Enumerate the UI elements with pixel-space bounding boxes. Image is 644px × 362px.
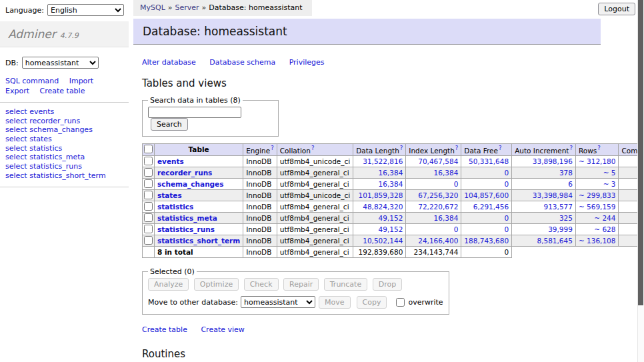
create-table-link[interactable]: Create table [142, 325, 187, 334]
data-free-link[interactable]: 0 [504, 169, 509, 177]
sidebar-select-states[interactable]: select states [5, 135, 52, 143]
data-free-link[interactable]: 50,331,648 [469, 157, 509, 165]
row-checkbox[interactable] [144, 157, 153, 165]
search-input[interactable] [148, 107, 241, 118]
overwrite-checkbox[interactable] [396, 298, 405, 307]
sidebar-link-create-table[interactable]: Create table [40, 87, 85, 95]
data-free-link[interactable]: 188,743,680 [464, 237, 509, 245]
vertical-scrollbar[interactable] [637, 0, 644, 362]
help-link[interactable]: ? [271, 145, 274, 151]
table-link[interactable]: statistics_short_term [157, 237, 240, 245]
index-length-link[interactable]: 67,256,320 [418, 191, 458, 199]
row-checkbox[interactable] [144, 236, 153, 245]
breadcrumb-link-server[interactable]: Server [175, 3, 199, 12]
row-checkbox[interactable] [144, 179, 153, 188]
data-free-link[interactable]: 0 [504, 180, 509, 188]
breadcrumb-link-mysql[interactable]: MySQL [140, 3, 165, 12]
select-all-checkbox[interactable] [144, 145, 153, 153]
check-button[interactable]: Check [244, 278, 279, 291]
index-length-link[interactable]: 70,467,584 [418, 157, 458, 165]
truncate-button[interactable]: Truncate [324, 278, 367, 291]
help-link[interactable]: ? [569, 145, 573, 151]
analyze-button[interactable]: Analyze [148, 278, 189, 291]
index-length-link[interactable]: 16,384 [434, 169, 459, 177]
logout-button[interactable]: Logout [598, 3, 635, 15]
table-link[interactable]: events [157, 157, 184, 165]
sidebar-select-statistics-meta[interactable]: select statistics_meta [5, 153, 85, 161]
rows-link[interactable]: ~ 299,833 [579, 191, 616, 199]
data-length-link[interactable]: 101,859,328 [359, 191, 403, 199]
help-link[interactable]: ? [400, 145, 403, 151]
rows-link[interactable]: ~ 3 [603, 180, 616, 188]
table-link[interactable]: statistics_meta [157, 214, 217, 222]
auto-increment-link[interactable]: 33,898,196 [533, 157, 573, 165]
row-checkbox[interactable] [144, 225, 153, 233]
sidebar-select-recorder-runs[interactable]: select recorder_runs [5, 117, 80, 125]
row-checkbox[interactable] [144, 191, 153, 199]
table-link[interactable]: states [157, 191, 182, 199]
rows-link[interactable]: ~ 569,159 [579, 203, 616, 211]
data-length-link[interactable]: 49,152 [379, 214, 403, 222]
db-select[interactable]: homeassistant [22, 57, 99, 69]
table-link[interactable]: statistics [157, 203, 193, 211]
help-link[interactable]: ? [597, 145, 601, 151]
move-database-select[interactable]: homeassistant [241, 296, 315, 308]
search-button[interactable]: Search [151, 118, 188, 131]
data-length-link[interactable]: 31,522,816 [363, 157, 403, 165]
row-checkbox[interactable] [144, 168, 153, 177]
row-checkbox[interactable] [144, 213, 153, 222]
auto-increment-link[interactable]: 913,577 [544, 203, 573, 211]
data-length-link[interactable]: 49,152 [379, 225, 403, 233]
table-link[interactable]: statistics_runs [157, 225, 215, 233]
rows-link[interactable]: ~ 628 [594, 225, 615, 233]
table-link[interactable]: recorder_runs [157, 169, 212, 177]
move-button[interactable]: Move [319, 296, 351, 309]
help-link[interactable]: ? [311, 145, 315, 151]
index-length-link[interactable]: 16,384 [434, 214, 459, 222]
alter-database-link[interactable]: Alter database [142, 58, 196, 67]
index-length-link[interactable]: 24,166,400 [418, 237, 458, 245]
rows-link[interactable]: ~ 5 [603, 169, 616, 177]
database-schema-link[interactable]: Database schema [209, 58, 275, 67]
privileges-link[interactable]: Privileges [289, 58, 325, 67]
data-length-link[interactable]: 10,502,144 [363, 237, 403, 245]
data-free-link[interactable]: 0 [504, 225, 509, 233]
row-checkbox[interactable] [144, 202, 153, 211]
data-length-link[interactable]: 16,384 [379, 180, 403, 188]
rows-link[interactable]: ~ 312,180 [579, 157, 616, 165]
data-free-link[interactable]: 104,857,600 [464, 191, 509, 199]
sidebar-link-import[interactable]: Import [69, 77, 94, 85]
index-length-link[interactable]: 0 [454, 225, 459, 233]
language-select[interactable]: English [47, 4, 124, 16]
sidebar-select-statistics[interactable]: select statistics [5, 144, 62, 153]
auto-increment-link[interactable]: 39,999 [548, 225, 573, 233]
auto-increment-link[interactable]: 6 [568, 180, 573, 188]
data-free-link[interactable]: 0 [504, 214, 509, 222]
sidebar-link-export[interactable]: Export [5, 87, 29, 95]
sidebar-select-statistics-short-term[interactable]: select statistics_short_term [5, 171, 106, 180]
auto-increment-link[interactable]: 378 [559, 169, 573, 177]
table-link[interactable]: schema_changes [157, 180, 224, 188]
copy-button[interactable]: Copy [357, 296, 387, 309]
drop-button[interactable]: Drop [373, 278, 402, 291]
help-link[interactable]: ? [499, 145, 502, 151]
index-length-link[interactable]: 0 [454, 180, 459, 188]
auto-increment-link[interactable]: 8,581,645 [537, 237, 572, 245]
rows-link[interactable]: ~ 136,108 [579, 237, 616, 245]
rows-link[interactable]: ~ 244 [594, 214, 615, 222]
sidebar-select-schema-changes[interactable]: select schema_changes [5, 125, 93, 134]
data-length-link[interactable]: 48,824,320 [363, 203, 403, 211]
create-view-link[interactable]: Create view [201, 325, 244, 334]
sidebar-select-statistics-runs[interactable]: select statistics_runs [5, 162, 82, 171]
data-length-link[interactable]: 16,384 [379, 169, 403, 177]
sidebar-select-events[interactable]: select events [5, 107, 54, 116]
sidebar-link-sql-command[interactable]: SQL command [5, 77, 59, 85]
repair-button[interactable]: Repair [283, 278, 319, 291]
data-free-link[interactable]: 6,291,456 [473, 203, 509, 211]
scrollbar-thumb[interactable] [638, 0, 643, 305]
index-length-link[interactable]: 72,220,672 [418, 203, 458, 211]
auto-increment-link[interactable]: 325 [559, 214, 573, 222]
optimize-button[interactable]: Optimize [194, 278, 239, 291]
help-link[interactable]: ? [455, 145, 459, 151]
auto-increment-link[interactable]: 33,398,984 [533, 191, 573, 199]
